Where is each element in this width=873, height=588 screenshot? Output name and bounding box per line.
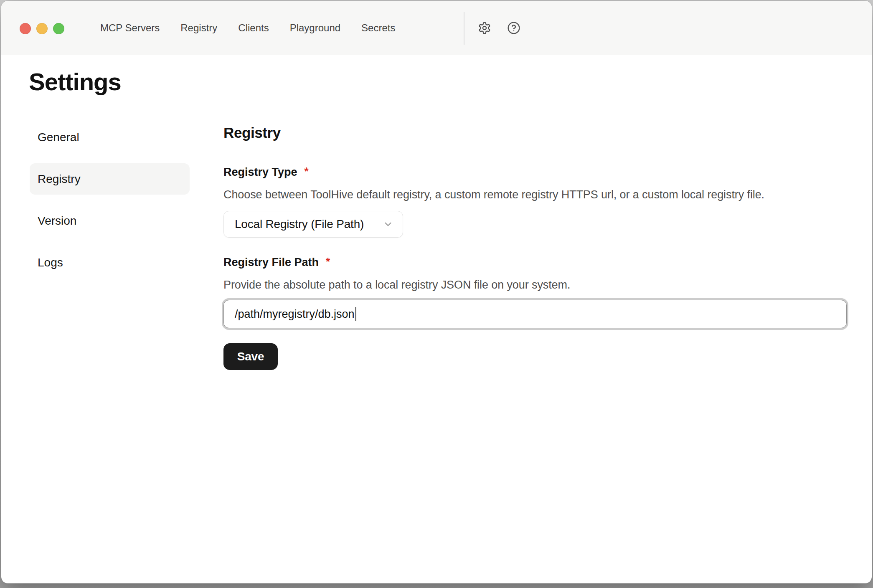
registry-type-label: Registry Type [223, 165, 297, 179]
save-button[interactable]: Save [223, 343, 278, 370]
traffic-lights [20, 23, 64, 34]
gear-icon [478, 21, 491, 35]
sidebar-item-logs[interactable]: Logs [30, 247, 190, 278]
nav-item-clients[interactable]: Clients [238, 22, 269, 34]
help-button[interactable] [507, 21, 521, 35]
titlebar: MCP Servers Registry Clients Playground … [1, 1, 872, 55]
chevron-down-icon [383, 219, 393, 230]
settings-button[interactable] [477, 21, 492, 35]
sidebar-item-version[interactable]: Version [30, 205, 190, 236]
close-window-button[interactable] [20, 23, 31, 34]
nav-item-playground[interactable]: Playground [290, 22, 340, 34]
registry-file-path-input[interactable]: /path/myregistry/db.json [223, 300, 847, 328]
top-nav: MCP Servers Registry Clients Playground … [100, 1, 395, 55]
required-asterisk: * [326, 255, 330, 268]
titlebar-divider [464, 12, 464, 45]
settings-sidebar: General Registry Version Logs [30, 122, 190, 278]
nav-item-registry[interactable]: Registry [180, 22, 217, 34]
page-title: Settings [29, 68, 121, 96]
question-mark-circle-icon [507, 21, 520, 35]
sidebar-item-general[interactable]: General [30, 122, 190, 153]
registry-type-label-row: Registry Type * [223, 165, 847, 179]
registry-type-description: Choose between ToolHive default registry… [223, 188, 847, 202]
settings-main-panel: Registry Registry Type * Choose between … [223, 122, 847, 370]
section-title: Registry [223, 124, 847, 142]
zoom-window-button[interactable] [53, 23, 64, 34]
nav-item-mcp-servers[interactable]: MCP Servers [100, 22, 160, 34]
minimize-window-button[interactable] [36, 23, 48, 34]
app-window: MCP Servers Registry Clients Playground … [1, 1, 872, 583]
registry-file-path-description: Provide the absolute path to a local reg… [223, 278, 847, 292]
required-asterisk: * [305, 165, 309, 177]
registry-file-path-label: Registry File Path [223, 255, 319, 269]
nav-item-secrets[interactable]: Secrets [361, 22, 395, 34]
registry-file-path-value: /path/myregistry/db.json [235, 308, 355, 321]
registry-type-selected-value: Local Registry (File Path) [235, 218, 383, 231]
text-cursor [355, 307, 357, 321]
titlebar-actions [477, 1, 521, 55]
registry-file-path-label-row: Registry File Path * [223, 255, 847, 269]
sidebar-item-registry[interactable]: Registry [30, 163, 190, 195]
registry-type-select[interactable]: Local Registry (File Path) [223, 211, 403, 238]
